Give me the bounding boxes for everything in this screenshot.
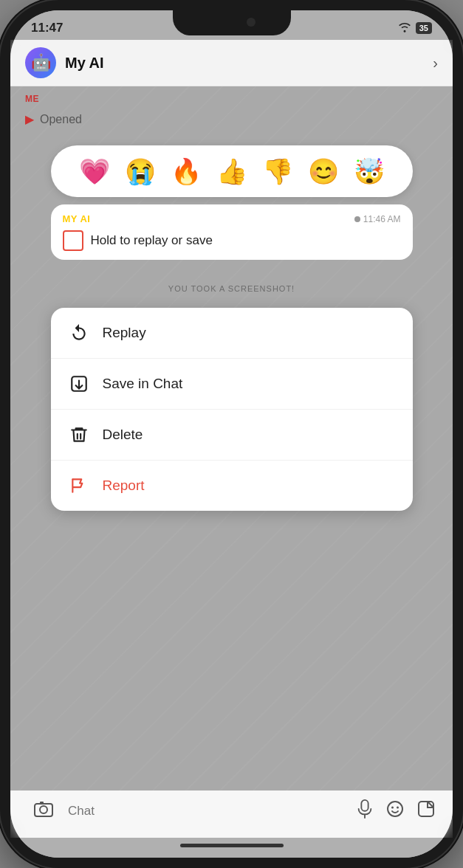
svg-rect-9: [419, 802, 433, 816]
my-ai-label: MY AI: [63, 213, 91, 224]
chat-area: ME ▶ Opened 💗 😭 🔥 👍 👎 😊 🤯 MY AI: [10, 86, 453, 790]
wifi-icon: [398, 22, 411, 35]
battery-icon: 35: [416, 22, 432, 34]
trash-icon: [69, 424, 89, 445]
chat-input[interactable]: [59, 804, 357, 819]
status-icons: 35: [398, 22, 432, 35]
sticker-icon[interactable]: [417, 800, 435, 822]
header-title: My AI: [65, 55, 424, 72]
svg-rect-4: [361, 800, 368, 811]
bottom-bar: [10, 790, 453, 838]
emoji-smile[interactable]: 😊: [303, 151, 343, 191]
menu-item-delete[interactable]: Delete: [51, 410, 413, 461]
status-time: 11:47: [31, 21, 63, 35]
message-time: 11:46 AM: [354, 214, 401, 224]
svg-rect-3: [40, 802, 44, 804]
delete-label: Delete: [103, 427, 143, 443]
screen: 11:47 35 🤖 My AI › ME ▶: [10, 10, 453, 858]
flag-icon: [69, 475, 89, 496]
message-content: Hold to replay or save: [63, 230, 401, 251]
emoji-thumbsup[interactable]: 👍: [212, 151, 252, 191]
svg-point-8: [397, 807, 399, 809]
camera-icon[interactable]: [28, 801, 59, 822]
context-menu: Replay Save in Chat: [51, 308, 413, 511]
menu-item-save-chat[interactable]: Save in Chat: [51, 359, 413, 410]
status-bar: 11:47 35: [10, 10, 453, 40]
message-text: Hold to replay or save: [91, 233, 213, 248]
emoji-reaction-row: 💗 😭 🔥 👍 👎 😊 🤯: [51, 145, 413, 197]
my-ai-message-header: MY AI 11:46 AM: [63, 213, 401, 224]
menu-item-report[interactable]: Report: [51, 461, 413, 511]
play-icon: ▶: [25, 112, 34, 126]
report-label: Report: [103, 478, 145, 494]
screenshot-notice: YOU TOOK A SCREENSHOT!: [168, 284, 295, 293]
replay-label: Replay: [103, 325, 146, 341]
microphone-icon[interactable]: [357, 799, 373, 823]
emoji-exploding[interactable]: 🤯: [349, 151, 389, 191]
chevron-right-icon[interactable]: ›: [433, 55, 438, 72]
my-ai-message: MY AI 11:46 AM Hold to replay or save: [51, 204, 413, 260]
avatar: 🤖: [25, 47, 56, 78]
emoji-fire[interactable]: 🔥: [166, 151, 206, 191]
save-icon: [69, 373, 89, 394]
app-header: 🤖 My AI ›: [10, 40, 453, 86]
replay-icon: [69, 323, 89, 343]
home-indicator: [10, 838, 453, 858]
message-square-icon: [63, 230, 83, 251]
opened-message: ▶ Opened: [25, 112, 82, 126]
emoji-heart[interactable]: 💗: [75, 151, 114, 191]
emoji-icon[interactable]: [386, 800, 404, 822]
menu-item-replay[interactable]: Replay: [51, 308, 413, 359]
svg-point-7: [391, 807, 394, 809]
camera-dot: [247, 18, 255, 27]
opened-text: Opened: [40, 113, 82, 126]
notch: [173, 10, 291, 35]
save-chat-label: Save in Chat: [103, 376, 183, 392]
time-dot-icon: [354, 216, 360, 222]
emoji-cry[interactable]: 😭: [120, 151, 160, 191]
home-bar: [180, 844, 284, 847]
phone-shell: 11:47 35 🤖 My AI › ME ▶: [0, 0, 463, 868]
svg-point-2: [40, 806, 47, 813]
emoji-thumbsdown[interactable]: 👎: [258, 151, 298, 191]
svg-point-6: [388, 802, 402, 816]
me-label: ME: [25, 94, 39, 104]
bottom-right-icons: [357, 799, 435, 823]
